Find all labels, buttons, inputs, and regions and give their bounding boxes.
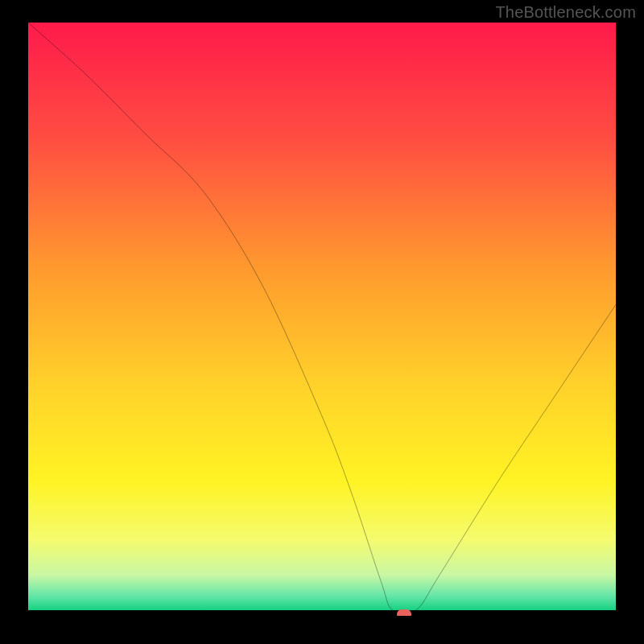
chart-frame: TheBottleneck.com bbox=[0, 0, 644, 644]
watermark-text: TheBottleneck.com bbox=[495, 3, 636, 22]
bottleneck-curve bbox=[28, 23, 616, 610]
optimal-point-marker bbox=[397, 609, 411, 616]
plot-area bbox=[28, 23, 616, 616]
